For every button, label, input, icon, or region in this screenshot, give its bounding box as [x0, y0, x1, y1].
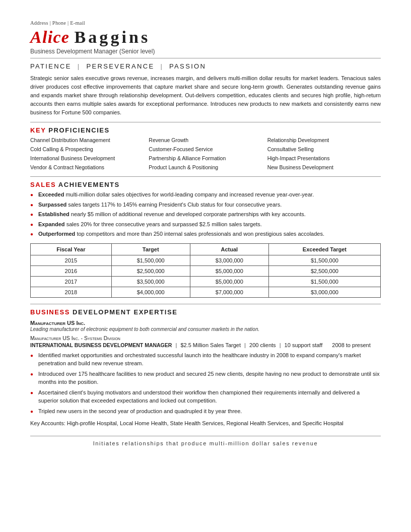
- clients: 200 clients: [249, 342, 276, 348]
- table-row: 2016 $2,500,000 $5,000,000 $2,500,000: [31, 265, 381, 276]
- table-header-fiscal-year: Fiscal Year: [31, 243, 112, 255]
- cell-actual-2: $5,000,000: [190, 276, 268, 287]
- sales-table: Fiscal Year Target Actual Exceeded Targe…: [30, 243, 381, 298]
- proficiency-item: Revenue Growth: [149, 136, 262, 144]
- proficiency-item: Cold Calling & Prospecting: [30, 145, 144, 153]
- proficiency-item: Customer-Focused Service: [149, 145, 262, 153]
- cell-target-0: $1,500,000: [111, 255, 190, 265]
- motto: PATIENCE | PERSEVERANCE | PASSION: [30, 62, 381, 70]
- company-name: Manufacturer US Inc.: [30, 320, 381, 326]
- cell-exceeded-2: $1,500,000: [268, 276, 380, 287]
- achievement-item-1: Surpassed sales targets 117% to 145% ear…: [30, 201, 381, 209]
- bullet-item-2: Ascertained client's buying motivators a…: [30, 388, 381, 405]
- company-desc: Leading manufacturer of electronic equip…: [30, 326, 381, 332]
- staff: 10 support staff: [285, 342, 323, 348]
- key-accounts: Key Accounts: High-profile Hospital, Loc…: [30, 419, 381, 428]
- cell-exceeded-0: $1,500,000: [268, 255, 380, 265]
- sales-achievements-header: SALES ACHIEVEMENTS: [30, 181, 381, 188]
- divider-top: [30, 58, 381, 58]
- table-row: 2018 $4,000,000 $7,000,000 $3,000,000: [31, 287, 381, 297]
- achievement-rest-1: sales targets 117% to 145% earning Presi…: [66, 202, 282, 208]
- achievement-item-4: Outperformed top competitors and more th…: [30, 230, 381, 238]
- job-title-line: International Business Development Manag…: [30, 342, 381, 348]
- sales-header-red: SALES: [30, 181, 56, 188]
- achievements-list: Exceeded multi-million dollar sales obje…: [30, 190, 381, 238]
- job-title: Business Development Manager (Senior lev…: [30, 48, 381, 55]
- cell-target-3: $4,000,000: [111, 287, 190, 297]
- proficiencies-header: KEY PROFICIENCIES: [30, 126, 381, 134]
- proficiencies-header-black: PROFICIENCIES: [46, 126, 110, 134]
- business-dev-bullets: Identified market opportunities and orch…: [30, 351, 381, 416]
- sales-header-black: ACHIEVEMENTS: [56, 181, 120, 188]
- divider-business-dev: [30, 304, 381, 304]
- cell-exceeded-1: $2,500,000: [268, 265, 380, 276]
- proficiency-item: Vendor & Contract Negotiations: [30, 163, 144, 171]
- table-row: 2017 $3,500,000 $5,000,000 $1,500,000: [31, 276, 381, 287]
- summary-text: Strategic senior sales executive grows r…: [30, 74, 381, 117]
- proficiencies-header-red: KEY: [30, 126, 46, 134]
- achievement-bold-2: Established: [38, 211, 70, 217]
- achievement-bold-4: Outperformed: [38, 231, 75, 237]
- achievement-rest-0: multi-million dollar sales objectives fo…: [64, 191, 314, 197]
- business-dev-header: BUSINESS DEVELOPMENT EXPERTISE: [30, 308, 381, 316]
- table-row: 2015 $1,500,000 $3,000,000 $1,500,000: [31, 255, 381, 265]
- cell-year-0: 2015: [31, 255, 112, 265]
- contact-line: Address | Phone | E-mail: [30, 20, 381, 26]
- achievement-rest-3: sales 20% for three consecutive years an…: [65, 221, 262, 227]
- cell-target-2: $3,500,000: [111, 276, 190, 287]
- table-header-actual: Actual: [190, 243, 268, 255]
- cell-year-1: 2016: [31, 265, 112, 276]
- pipe-1: |: [175, 342, 178, 348]
- cell-exceeded-3: $3,000,000: [268, 287, 380, 297]
- sales-target: $2.5 Million Sales Target: [180, 342, 241, 348]
- cell-year-3: 2018: [31, 287, 112, 297]
- motto-1: PATIENCE: [30, 62, 72, 70]
- pipe-3: |: [280, 342, 283, 348]
- first-name: Alice: [30, 28, 70, 46]
- proficiency-item: High-Impact Presentations: [267, 154, 381, 162]
- cell-actual-1: $5,000,000: [190, 265, 268, 276]
- bullet-item-3: Tripled new users in the second year of …: [30, 407, 381, 416]
- proficiency-item: Channel Distribution Management: [30, 136, 144, 144]
- footer-divider: [30, 436, 381, 436]
- cell-actual-3: $7,000,000: [190, 287, 268, 297]
- table-header-target: Target: [111, 243, 190, 255]
- achievement-bold-1: Surpassed: [38, 202, 66, 208]
- achievement-item-3: Expanded sales 20% for three consecutive…: [30, 220, 381, 229]
- achievement-bold-0: Exceeded: [38, 191, 64, 197]
- name-heading: Alice Baggins: [30, 28, 381, 47]
- proficiency-item: Product Launch & Positioning: [149, 163, 262, 171]
- table-header-exceeded: Exceeded Target: [268, 243, 380, 255]
- bullet-item-0: Identified market opportunities and orch…: [30, 351, 381, 368]
- business-dev-header-black: DEVELOPMENT EXPERTISE: [70, 308, 177, 316]
- motto-sep-2: |: [160, 62, 163, 70]
- job-title-text: International Business Development Manag…: [30, 342, 172, 348]
- achievement-rest-2: nearly $5 million of additional revenue …: [70, 211, 306, 217]
- achievement-item-0: Exceeded multi-million dollar sales obje…: [30, 190, 381, 199]
- divider-proficiencies: [30, 122, 381, 122]
- cell-year-2: 2017: [31, 276, 112, 287]
- bullet-item-1: Introduced over 175 healthcare facilitie…: [30, 370, 381, 386]
- proficiency-item: Consultative Selling: [267, 145, 381, 153]
- motto-2: PERSEVERANCE: [86, 62, 154, 70]
- achievement-rest-4: top competitors and more than 250 intern…: [75, 231, 324, 237]
- proficiency-item: Partnership & Alliance Formation: [149, 154, 262, 162]
- table-header-row: Fiscal Year Target Actual Exceeded Targe…: [31, 243, 381, 255]
- motto-3: PASSION: [169, 62, 206, 70]
- last-name-text: Baggins: [74, 28, 150, 46]
- proficiency-item: New Business Development: [267, 163, 381, 171]
- achievement-bold-3: Expanded: [38, 221, 65, 227]
- cell-actual-0: $3,000,000: [190, 255, 268, 265]
- divider-sales: [30, 176, 381, 177]
- division-line: Manufacturer US Inc. - Systems Division: [30, 335, 381, 341]
- proficiencies-grid: Channel Distribution Management Revenue …: [30, 136, 381, 171]
- motto-sep-1: |: [78, 62, 81, 70]
- proficiency-item: International Business Development: [30, 154, 144, 162]
- achievement-item-2: Established nearly $5 million of additio…: [30, 210, 381, 219]
- pipe-2: |: [244, 342, 247, 348]
- business-dev-header-red: BUSINESS: [30, 308, 70, 316]
- cell-target-1: $2,500,000: [111, 265, 190, 276]
- proficiency-item: Relationship Development: [267, 136, 381, 144]
- footer-text: Initiates relationships that produce mul…: [30, 440, 381, 446]
- dates: 2008 to present: [332, 342, 370, 348]
